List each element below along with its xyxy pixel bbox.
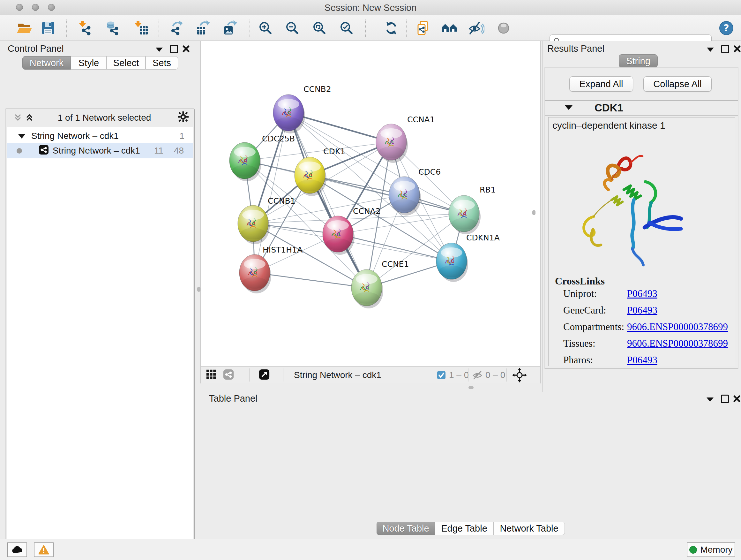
tab-node-table[interactable]: Node Table — [377, 522, 435, 535]
tab-string[interactable]: String — [619, 54, 658, 68]
tab-select[interactable]: Select — [107, 56, 145, 70]
tree-expand-icon[interactable] — [18, 134, 25, 138]
zoom-out-icon[interactable] — [284, 20, 300, 37]
crosslink-pharos-link[interactable]: P06493 — [627, 354, 657, 366]
network-node-label: CDC6 — [418, 167, 441, 177]
warning-icon — [38, 545, 49, 555]
show-all-icon[interactable] — [495, 20, 512, 37]
selected-node-edge-counts: 1 – 0 — [449, 370, 469, 380]
control-panel-menu-icon[interactable] — [154, 44, 165, 55]
results-panel-menu-icon[interactable] — [705, 44, 716, 55]
collapse-all-networks-icon[interactable] — [12, 112, 23, 123]
table-panel-menu-icon[interactable] — [704, 394, 716, 405]
gene-entry-header[interactable]: CDK1 — [545, 101, 738, 116]
network-selection-status: 1 of 1 Network selected — [37, 113, 172, 123]
table-panel-float-icon[interactable] — [719, 393, 730, 404]
network-node-label: CDC25B — [262, 134, 295, 143]
crosslink-uniprot-link[interactable]: P06493 — [627, 288, 657, 300]
cloud-icon — [11, 545, 23, 554]
network-badge-gray-icon[interactable] — [223, 369, 234, 380]
control-panel-close-icon[interactable] — [181, 44, 192, 54]
results-panel-close-icon[interactable] — [732, 44, 741, 54]
network-node-CCNA2[interactable] — [323, 216, 354, 255]
gene-name: CDK1 — [595, 102, 623, 114]
window-title: Session: New Session — [0, 3, 741, 13]
warning-status-button[interactable] — [34, 543, 54, 557]
crosslink-row: Uniprot:P06493 — [563, 288, 729, 305]
crosslinks-heading: CrossLinks — [555, 275, 605, 287]
open-session-icon[interactable] — [16, 20, 32, 37]
network-row[interactable]: String Network – cdk1 11 48 — [7, 143, 193, 159]
crosslink-tissues-link[interactable]: 9606.ENSP00000378699 — [627, 338, 728, 349]
network-edge-count: 48 — [174, 145, 184, 156]
network-options-gear-icon[interactable] — [178, 111, 189, 122]
network-node-CCNE1[interactable] — [351, 269, 383, 308]
network-edge[interactable] — [288, 113, 367, 288]
tab-network[interactable]: Network — [22, 56, 71, 70]
results-panel: Results Panel String Expand All Collapse… — [542, 41, 741, 392]
network-collection-row[interactable]: String Network – cdk1 1 — [7, 128, 193, 144]
crosslink-genecard-link[interactable]: P06493 — [627, 305, 657, 316]
network-node-CCNB2[interactable] — [273, 95, 305, 133]
network-edge[interactable] — [255, 273, 367, 288]
collapse-entry-icon[interactable] — [565, 105, 572, 110]
results-panel-float-icon[interactable] — [720, 44, 731, 54]
network-node-CCNB1[interactable] — [238, 205, 270, 244]
network-edge[interactable] — [310, 175, 464, 213]
network-node-label: HIST1H1A — [263, 245, 302, 254]
collection-count: 1 — [179, 131, 185, 141]
import-table-file-icon[interactable] — [133, 20, 149, 37]
network-grid-view-icon[interactable] — [206, 369, 217, 380]
crosslinks-list: Uniprot:P06493GeneCard:P06493Compartment… — [563, 288, 729, 371]
crosslink-row: Compartments:9606.ENSP00000378699 — [563, 321, 729, 338]
export-network-icon[interactable] — [169, 20, 185, 37]
tab-network-table[interactable]: Network Table — [493, 522, 565, 535]
import-network-file-icon[interactable] — [77, 20, 94, 37]
pan-crosshair-icon[interactable] — [512, 368, 527, 382]
network-canvas[interactable]: CCNB2CCNA1CDC25BCDK1CDC6RB1CCNB1CCNA2CDK… — [200, 41, 541, 366]
tab-sets[interactable]: Sets — [145, 56, 178, 70]
collapse-all-button[interactable]: Collapse All — [643, 76, 712, 91]
apply-preferred-layout-icon[interactable] — [383, 20, 400, 37]
control-panel: Control Panel NetworkStyleSelectSets 1 o… — [0, 41, 200, 539]
horizontal-splitter-handle[interactable] — [468, 386, 474, 389]
selected-checkbox-icon[interactable] — [437, 371, 446, 380]
network-status-dot-icon — [17, 148, 22, 153]
network-node-CDK1[interactable] — [294, 157, 327, 196]
help-icon[interactable]: ? — [718, 20, 735, 37]
import-network-database-icon[interactable] — [105, 20, 121, 37]
network-node-HIST1H1A[interactable] — [239, 254, 271, 294]
expand-all-button[interactable]: Expand All — [569, 76, 633, 91]
crosslink-compartments-link[interactable]: 9606.ENSP00000378699 — [627, 321, 728, 333]
main-toolbar: ? — [0, 15, 741, 41]
zoom-in-icon[interactable] — [257, 20, 274, 37]
zoom-fit-content-icon[interactable] — [311, 20, 328, 37]
expand-all-networks-icon[interactable] — [24, 112, 35, 123]
right-splitter-handle[interactable] — [532, 210, 536, 215]
network-node-CDC6[interactable] — [389, 177, 421, 215]
export-image-icon[interactable] — [222, 20, 239, 37]
save-session-icon[interactable] — [40, 20, 57, 37]
clone-network-icon[interactable] — [415, 20, 431, 37]
cloud-status-button[interactable] — [7, 543, 27, 557]
tab-edge-table[interactable]: Edge Table — [435, 522, 493, 535]
network-node-CCNA1[interactable] — [376, 124, 408, 163]
network-edge[interactable] — [338, 234, 452, 261]
hide-selected-icon[interactable] — [468, 20, 484, 37]
network-node-RB1[interactable] — [449, 195, 481, 234]
left-splitter-handle[interactable] — [197, 287, 200, 292]
network-node-label: CDK1 — [323, 147, 345, 156]
network-node-label: CDKN1A — [466, 233, 500, 242]
export-table-icon[interactable] — [195, 20, 212, 37]
tab-style[interactable]: Style — [71, 56, 107, 70]
network-node-CDKN1A[interactable] — [436, 243, 468, 282]
zoom-selected-icon[interactable] — [338, 20, 355, 37]
table-panel-close-icon[interactable] — [731, 393, 741, 404]
crosslink-label: Compartments: — [563, 321, 627, 333]
birds-eye-view-icon[interactable] — [259, 369, 270, 380]
footer-separator — [283, 368, 283, 381]
memory-button[interactable]: Memory — [687, 543, 735, 557]
control-panel-float-icon[interactable] — [169, 44, 179, 54]
first-neighbors-icon[interactable] — [441, 20, 458, 37]
status-bar: Memory — [0, 539, 741, 560]
